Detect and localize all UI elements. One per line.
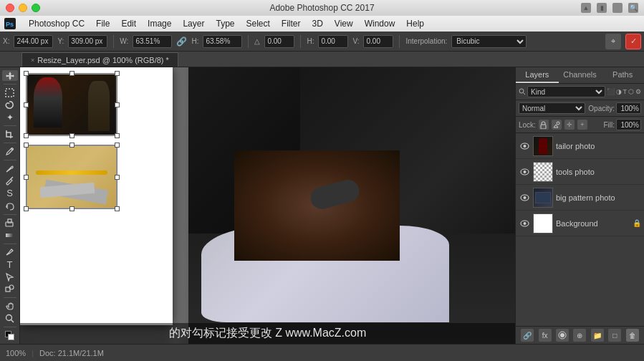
y-input[interactable] — [68, 35, 107, 48]
pen-tool[interactable] — [2, 246, 18, 257]
handle-top-right[interactable] — [115, 71, 120, 76]
menu-help[interactable]: Help — [400, 17, 430, 30]
path-sel-tool[interactable] — [2, 271, 18, 282]
tab-paths[interactable]: Paths — [601, 67, 644, 83]
menu-file[interactable]: File — [90, 17, 115, 30]
add-fill-btn[interactable]: ⊕ — [573, 329, 586, 342]
visibility-tools[interactable] — [519, 166, 530, 178]
close-button[interactable] — [6, 4, 14, 12]
warp-icon-btn[interactable]: ⌖ — [605, 34, 621, 49]
selection-tool[interactable] — [2, 87, 18, 98]
new-layer-btn[interactable]: □ — [608, 329, 621, 342]
canvas-area[interactable]: 的对勾标记接受更改 Z www.MacZ.com — [20, 67, 515, 344]
handle-top-center[interactable] — [69, 71, 75, 76]
document-tab[interactable]: × Resize_Layer.psd @ 100% (RGB/8) * — [21, 52, 178, 67]
handle2-bot-left[interactable] — [24, 206, 29, 211]
commit-transform-btn[interactable]: ✓ — [625, 34, 641, 49]
svg-rect-16 — [541, 125, 546, 129]
new-group-btn[interactable]: 📁 — [591, 329, 604, 342]
magic-wand-tool[interactable]: ✦ — [2, 112, 18, 122]
menu-layer[interactable]: Layer — [177, 17, 210, 30]
menu-view[interactable]: View — [329, 17, 359, 30]
foreground-color[interactable] — [2, 330, 18, 341]
type-filter-icon[interactable]: T — [623, 88, 628, 95]
delete-layer-btn[interactable]: 🗑 — [626, 329, 639, 342]
minimize-button[interactable] — [19, 4, 27, 12]
x-input[interactable] — [14, 35, 53, 48]
menu-photoshop[interactable]: Photoshop CC — [23, 17, 90, 30]
add-mask-btn[interactable] — [556, 329, 569, 342]
handle-mid-right[interactable] — [115, 102, 120, 107]
handle2-mid-left[interactable] — [24, 175, 29, 180]
layer-item-background[interactable]: Background 🔒 — [516, 211, 644, 236]
lock-image-icon[interactable] — [552, 120, 562, 130]
menu-filter[interactable]: Filter — [276, 17, 307, 30]
lasso-tool[interactable] — [2, 100, 18, 110]
handle2-bot-center[interactable] — [69, 206, 75, 211]
v-input[interactable] — [363, 35, 393, 48]
layer-locked-icon: 🔒 — [633, 219, 641, 227]
menu-edit[interactable]: Edit — [115, 17, 142, 30]
visibility-pattern[interactable] — [519, 192, 530, 203]
clone-tool[interactable]: S — [2, 188, 18, 198]
handle-mid-left[interactable] — [24, 102, 29, 107]
adj-filter-icon[interactable]: ◑ — [616, 88, 622, 95]
eyedropper-tool[interactable] — [2, 146, 18, 157]
menu-3d[interactable]: 3D — [307, 17, 329, 30]
opacity-input[interactable] — [616, 102, 641, 114]
rot-input[interactable] — [264, 35, 294, 48]
fill-input[interactable] — [616, 119, 641, 130]
handle2-bot-right[interactable] — [115, 206, 120, 211]
search-menubar-icon[interactable]: 🔍 — [628, 3, 638, 13]
hand-tool[interactable] — [2, 301, 18, 312]
zoom-tool[interactable] — [2, 313, 18, 324]
blend-mode-dropdown[interactable]: Normal Multiply Screen Overlay Darken Li… — [519, 102, 585, 114]
move-tool[interactable] — [2, 70, 18, 81]
handle2-top-right[interactable] — [115, 143, 120, 148]
separator-4 — [399, 35, 400, 48]
history-tool[interactable] — [2, 200, 18, 211]
eraser-tool[interactable] — [2, 217, 18, 228]
smart-filter-icon[interactable]: ⚙ — [635, 88, 641, 95]
crop-tool[interactable] — [2, 129, 18, 140]
lock-all-icon[interactable]: + — [577, 120, 587, 130]
interpolation-dropdown[interactable]: Bicubic Bilinear Nearest Neighbor — [451, 35, 527, 48]
gradient-tool[interactable] — [2, 230, 18, 241]
shape-tool[interactable] — [2, 284, 18, 294]
w-input[interactable] — [133, 35, 172, 48]
layer-item-tools[interactable]: tools photo — [516, 159, 644, 185]
layer-item-pattern[interactable]: big pattern photo — [516, 185, 644, 211]
handle-bot-center[interactable] — [69, 133, 75, 138]
lock-pixels-icon[interactable] — [539, 120, 549, 130]
visibility-tailor[interactable] — [519, 140, 530, 152]
menu-image[interactable]: Image — [142, 17, 177, 30]
menu-type[interactable]: Type — [210, 17, 240, 30]
handle-top-left[interactable] — [24, 71, 29, 76]
svg-text:Ps: Ps — [6, 21, 14, 28]
add-style-btn[interactable]: fx — [539, 329, 552, 342]
layer-item-tailor[interactable]: tailor photo — [516, 133, 644, 159]
opacity-label: Opacity: — [588, 105, 615, 112]
shape-filter-icon[interactable]: ⬡ — [628, 88, 634, 95]
menu-select[interactable]: Select — [240, 17, 275, 30]
handle2-top-left[interactable] — [24, 143, 29, 148]
handle2-top-center[interactable] — [69, 143, 75, 148]
tab-layers[interactable]: Layers — [516, 67, 559, 83]
handle2-mid-right[interactable] — [115, 175, 120, 180]
lock-position-icon[interactable]: ✛ — [564, 120, 575, 130]
kind-dropdown[interactable]: Kind Name Effect Mode Attribute Color — [527, 86, 605, 97]
text-tool[interactable]: T — [2, 259, 18, 270]
h-input[interactable] — [203, 35, 242, 48]
maximize-button[interactable] — [32, 4, 40, 12]
menu-window[interactable]: Window — [359, 17, 401, 30]
link-layers-btn[interactable]: 🔗 — [521, 329, 534, 342]
tab-channels[interactable]: Channels — [559, 67, 602, 83]
tab-close-btn[interactable]: × — [31, 57, 34, 64]
brush-tool[interactable] — [2, 175, 18, 186]
handle-bot-right[interactable] — [115, 133, 120, 138]
visibility-background[interactable] — [519, 218, 530, 229]
handle-bot-left[interactable] — [24, 133, 29, 138]
h2-input[interactable] — [318, 35, 348, 48]
pixel-filter-icon[interactable]: ⬛ — [607, 88, 615, 95]
heal-tool[interactable] — [2, 163, 18, 174]
